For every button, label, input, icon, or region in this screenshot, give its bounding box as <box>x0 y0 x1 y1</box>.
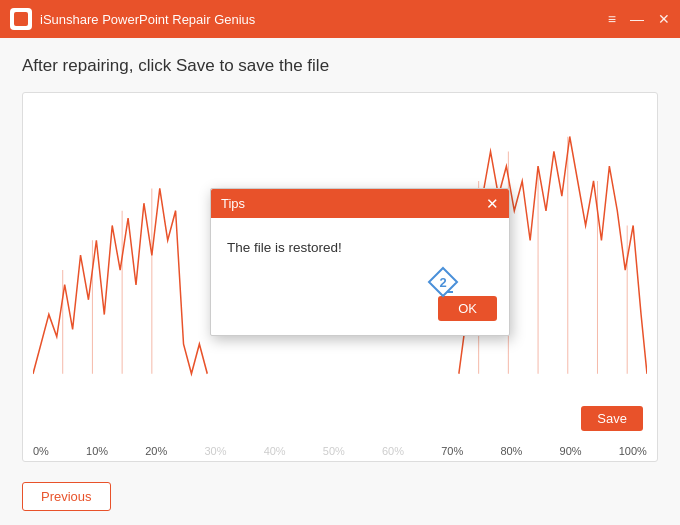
modal-title: Tips <box>221 196 245 211</box>
save-btn-container: Save <box>581 406 643 431</box>
tips-dialog: Tips ✕ The file is restored! 2 OK <box>210 188 510 336</box>
title-bar: iSunshare PowerPoint Repair Genius ≡ — ✕ <box>0 0 680 38</box>
step-badge: 2 <box>427 266 459 298</box>
window-controls: ≡ — ✕ <box>608 12 670 26</box>
x-label-0: 0% <box>33 445 49 457</box>
menu-button[interactable]: ≡ <box>608 12 616 26</box>
modal-body: The file is restored! <box>211 218 509 288</box>
x-label-100: 100% <box>619 445 647 457</box>
x-axis-labels: 0% 10% 20% 30% 40% 50% 60% 70% 80% 90% 1… <box>33 445 647 457</box>
app-title: iSunshare PowerPoint Repair Genius <box>40 12 608 27</box>
previous-button[interactable]: Previous <box>22 482 111 511</box>
x-label-30: 30% <box>204 445 226 457</box>
bottom-bar: Previous <box>22 476 658 511</box>
x-label-80: 80% <box>500 445 522 457</box>
save-button[interactable]: Save <box>581 406 643 431</box>
x-label-90: 90% <box>560 445 582 457</box>
ok-button[interactable]: OK <box>438 296 497 321</box>
minimize-button[interactable]: — <box>630 12 644 26</box>
modal-message: The file is restored! <box>227 240 342 255</box>
modal-footer: 2 OK <box>211 288 509 335</box>
x-label-60: 60% <box>382 445 404 457</box>
svg-text:2: 2 <box>439 275 446 290</box>
x-label-70: 70% <box>441 445 463 457</box>
app-logo <box>10 8 32 30</box>
x-label-50: 50% <box>323 445 345 457</box>
x-label-20: 20% <box>145 445 167 457</box>
x-label-10: 10% <box>86 445 108 457</box>
x-label-40: 40% <box>264 445 286 457</box>
modal-header: Tips ✕ <box>211 189 509 218</box>
page-instruction: After repairing, click Save to save the … <box>22 56 658 76</box>
close-button[interactable]: ✕ <box>658 12 670 26</box>
modal-close-button[interactable]: ✕ <box>486 196 499 211</box>
